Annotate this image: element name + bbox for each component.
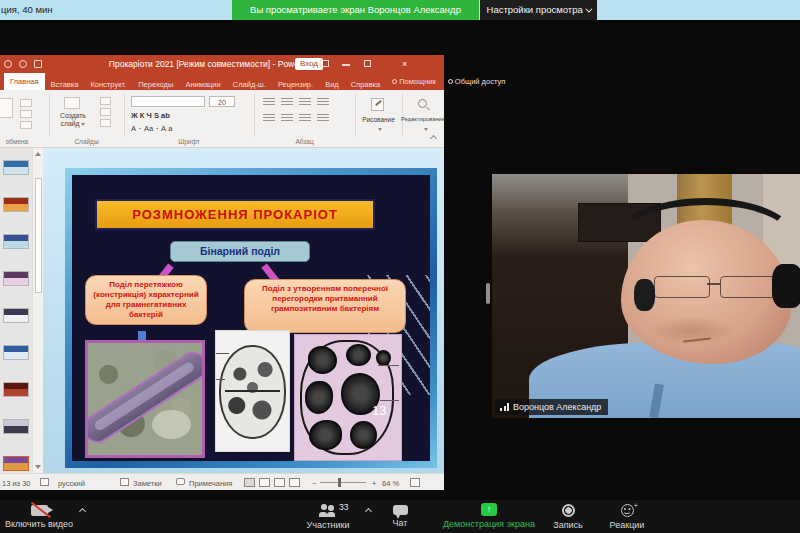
slide-thumbnail[interactable] bbox=[3, 382, 29, 397]
zoom-out-button[interactable]: − bbox=[312, 479, 316, 488]
participants-options-chevron-icon[interactable] bbox=[365, 508, 372, 515]
em-cell-shape bbox=[219, 345, 286, 439]
view-options-button[interactable]: Настройки просмотра bbox=[480, 0, 597, 20]
maximize-icon[interactable] bbox=[364, 60, 371, 67]
record-icon bbox=[562, 504, 575, 517]
reactions-button[interactable]: + Реакции bbox=[604, 503, 650, 530]
binary-division-box[interactable]: Бінарний поділ bbox=[170, 241, 310, 262]
slide-layout-icon[interactable] bbox=[100, 97, 111, 105]
zoom-in-button[interactable]: + bbox=[372, 479, 376, 488]
copy-icon[interactable] bbox=[20, 110, 32, 118]
ribbon-tab[interactable]: Конструкт. bbox=[84, 76, 132, 89]
redo-icon[interactable] bbox=[19, 60, 27, 68]
em-section-image[interactable] bbox=[215, 330, 290, 452]
zoom-level[interactable]: 64 % bbox=[382, 479, 399, 488]
font-name-input[interactable] bbox=[131, 96, 205, 107]
scroll-down-icon[interactable] bbox=[35, 465, 41, 469]
align-left-icon[interactable] bbox=[263, 114, 275, 123]
thumbnail-scrollbar[interactable] bbox=[32, 148, 43, 473]
reset-slide-icon[interactable] bbox=[100, 108, 111, 116]
drawing-icon[interactable] bbox=[371, 98, 384, 111]
indent-icon[interactable] bbox=[299, 98, 311, 107]
slide-thumbnail[interactable] bbox=[3, 160, 29, 175]
language-indicator[interactable]: русский bbox=[58, 479, 85, 488]
ribbon-tab-bar: Главная ВставкаКонструкт.ПереходыАнимаци… bbox=[0, 73, 444, 90]
chat-button[interactable]: Чат bbox=[385, 503, 415, 528]
comments-button[interactable]: Примечания bbox=[189, 479, 232, 488]
slide-thumbnail[interactable] bbox=[3, 197, 29, 212]
participants-button[interactable]: 33 Участники bbox=[300, 503, 356, 530]
slideshow-view-icon[interactable] bbox=[289, 478, 300, 487]
section-icon[interactable] bbox=[100, 119, 111, 127]
constriction-division-box[interactable]: Поділ перетяжкою (констрикція) характерн… bbox=[85, 275, 207, 325]
normal-view-icon[interactable] bbox=[244, 478, 255, 487]
slide-thumbnail[interactable] bbox=[3, 234, 29, 249]
septum-division-box[interactable]: Поділ з утворенням поперечної перегородк… bbox=[244, 279, 406, 333]
minimize-icon[interactable] bbox=[342, 64, 350, 66]
zoom-slider-thumb[interactable] bbox=[338, 478, 341, 487]
fit-slide-icon[interactable] bbox=[410, 478, 420, 487]
notes-button[interactable]: Заметки bbox=[133, 479, 162, 488]
format-painter-icon[interactable] bbox=[20, 121, 32, 129]
cell-shape bbox=[309, 420, 342, 450]
scrollbar-thumb[interactable] bbox=[35, 178, 42, 293]
font-size-input[interactable]: 20 bbox=[209, 96, 235, 107]
new-slide-icon[interactable] bbox=[64, 97, 80, 109]
red-slash-icon bbox=[30, 502, 50, 518]
dropdown-icon bbox=[378, 128, 382, 131]
bullets-icon[interactable] bbox=[263, 98, 275, 107]
share-screen-button[interactable]: ↑ Демонстрация экрана bbox=[437, 503, 541, 529]
font-case-row[interactable]: А ･ Аа ･ А а bbox=[131, 124, 172, 133]
line-spacing-icon[interactable] bbox=[317, 98, 329, 107]
ribbon-display-options-icon[interactable] bbox=[320, 60, 329, 67]
slide-thumbnail[interactable] bbox=[3, 345, 29, 360]
justify-icon[interactable] bbox=[317, 114, 329, 123]
video-options-chevron-icon[interactable] bbox=[79, 508, 86, 515]
quick-access-toolbar[interactable] bbox=[4, 60, 42, 68]
meeting-toolbar: Включить видео 33 Участники Чат ↑ Демонс… bbox=[0, 500, 800, 533]
reading-view-icon[interactable] bbox=[274, 478, 285, 487]
numbering-icon[interactable] bbox=[281, 98, 293, 107]
spell-check-icon[interactable] bbox=[40, 478, 49, 486]
slide-thumbnail[interactable] bbox=[3, 271, 29, 286]
search-icon[interactable] bbox=[418, 99, 427, 108]
slide-canvas[interactable]: РОЗМНОЖЕННЯ ПРОКАРІОТ Бінарний поділ Под… bbox=[65, 168, 437, 468]
ribbon-tab[interactable]: Анимации bbox=[179, 76, 226, 89]
slide-thumbnail[interactable] bbox=[3, 308, 29, 323]
ribbon-tab[interactable]: Переходы bbox=[132, 76, 179, 89]
sign-in-button[interactable]: Вход bbox=[295, 58, 323, 70]
record-button[interactable]: Запись bbox=[548, 503, 588, 530]
close-icon[interactable]: × bbox=[402, 60, 407, 69]
slide-title-box[interactable]: РОЗМНОЖЕННЯ ПРОКАРІОТ bbox=[95, 199, 375, 230]
font-effects-row[interactable]: Ж К Ч S ab bbox=[131, 111, 170, 120]
slide-sorter-view-icon[interactable] bbox=[259, 478, 270, 487]
gram-positive-drawing-image[interactable] bbox=[294, 334, 402, 461]
ribbon-tab[interactable]: Вставка bbox=[45, 76, 85, 89]
ribbon-tab[interactable]: Вид bbox=[319, 76, 345, 89]
align-right-icon[interactable] bbox=[299, 114, 311, 123]
gram-negative-micrograph-image[interactable] bbox=[85, 340, 205, 458]
ribbon-tab[interactable]: Справка bbox=[345, 76, 386, 89]
video-panel-drag-handle[interactable] bbox=[486, 283, 490, 304]
editing-button[interactable]: Редактирование bbox=[395, 116, 451, 122]
shared-screen-area: Прокаріоти 2021 [Режим совместимости] - … bbox=[0, 20, 800, 500]
slide-thumbnail[interactable] bbox=[3, 456, 29, 471]
paste-icon[interactable] bbox=[0, 98, 13, 118]
tab-share[interactable]: Общий доступ bbox=[442, 73, 511, 90]
align-center-icon[interactable] bbox=[281, 114, 293, 123]
ribbon-tab[interactable]: Слайд-ш. bbox=[227, 76, 272, 89]
undo-icon[interactable] bbox=[4, 60, 12, 68]
cut-icon[interactable] bbox=[20, 99, 32, 107]
ribbon-tab[interactable]: Рецензир. bbox=[272, 76, 319, 89]
plus-icon: + bbox=[634, 501, 639, 510]
tab-home[interactable]: Главная bbox=[4, 73, 45, 90]
slide-thumbnail[interactable] bbox=[3, 419, 29, 434]
new-slide-button[interactable]: Создать слайд bbox=[50, 112, 96, 128]
clipboard-group: обмена bbox=[0, 90, 48, 147]
scroll-up-icon[interactable] bbox=[35, 152, 41, 156]
start-presentation-icon[interactable] bbox=[34, 60, 42, 68]
tab-help-assistant[interactable]: Помощник bbox=[386, 73, 442, 90]
start-video-button[interactable]: Включить видео bbox=[4, 503, 74, 529]
chevron-down-icon bbox=[586, 6, 593, 13]
zoom-slider[interactable] bbox=[320, 482, 366, 483]
